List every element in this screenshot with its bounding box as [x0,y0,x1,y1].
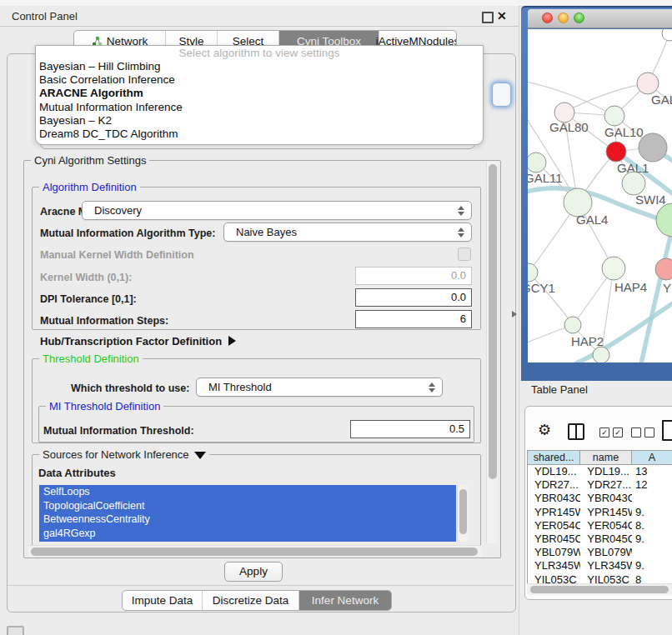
table-row[interactable]: YBL079WYBL079W [528,546,672,559]
zoom-window-icon[interactable] [574,12,584,23]
table-column-header[interactable]: shared... [528,451,580,464]
attribute-list-item[interactable]: TopologicalCoefficient [39,499,456,513]
data-attributes-list[interactable]: SelfLoopsTopologicalCoefficientBetweenne… [39,485,456,542]
table-row[interactable]: YLR345WYLR345W9. [528,559,672,572]
mi-threshold-value: 0.5 [449,422,464,435]
table-row[interactable]: YDL19...YDL19...13 [528,465,672,478]
algorithm-option[interactable]: Dream8 DC_TDC Algorithm [36,128,483,141]
table-cell: YIL053C [580,573,632,585]
table-row[interactable]: YPR145WYPR145W9. [528,506,672,519]
control-panel-title: Control Panel [12,10,78,22]
mi-type-label: Mutual Information Algorithm Type: [40,228,215,239]
mi-threshold-field[interactable]: 0.5 [350,420,470,438]
network-node[interactable] [639,133,667,162]
table-row[interactable]: YDR27...YDR27...12 [528,478,672,492]
gear-icon[interactable]: ⚙ [538,421,551,439]
algorithm-option[interactable]: Bayesian – Hill Climbing [36,60,483,73]
settings-horizontal-scrollbar[interactable] [28,545,482,557]
show-all-columns-icon[interactable]: ✓ ✓ [599,428,623,438]
network-node-label: GAL4 [576,212,608,227]
table-panel-title: Table Panel [531,383,588,396]
control-panel-titlebar: Control Panel ✕ [0,7,519,26]
sources-group-title[interactable]: Sources for Network Inference [39,448,209,461]
checkbox-checked-icon: ✓ [599,428,609,438]
hide-all-columns-icon[interactable] [631,428,654,438]
kernel-width-field[interactable]: 0.0 [355,267,472,285]
tab-discretize-data[interactable]: Discretize Data [203,591,299,610]
manual-kernel-checkbox[interactable] [458,248,471,261]
algorithm-option[interactable]: Mutual Information Inference [36,101,483,114]
dpi-tolerance-value: 0.0 [451,291,466,303]
attribute-list-item[interactable]: SelfLoops [39,485,456,499]
table-horizontal-scrollbar[interactable] [527,583,672,595]
split-columns-icon[interactable] [568,423,584,440]
table-cell: YBL079W [580,546,632,559]
expanded-arrow-icon [194,452,206,459]
network-node-y[interactable] [655,258,672,280]
network-node-gal11[interactable] [528,152,546,172]
network-node-hap2[interactable] [564,317,581,333]
table-cell: 12 [632,478,672,492]
tab-label: Impute Data [132,594,193,607]
table-row[interactable]: YER054CYER054C8. [528,519,672,532]
algorithm-definition-title: Algorithm Definition [39,181,140,193]
which-threshold-combo[interactable]: MI Threshold [196,378,443,397]
dpi-tolerance-field[interactable]: 0.0 [355,288,472,307]
network-edge-highlighted[interactable] [576,300,672,362]
network-node[interactable] [656,203,672,237]
settings-vertical-scrollbar[interactable] [486,162,498,543]
scrollbar-thumb[interactable] [489,164,497,479]
tab-impute-data[interactable]: Impute Data [123,591,203,610]
table-cell: YLR345W [580,559,632,572]
scrollbar-thumb[interactable] [459,489,467,534]
network-node-gcy1[interactable] [528,263,538,282]
network-window-titlebar[interactable] [528,9,672,28]
network-node-swi4[interactable] [622,172,645,195]
document-icon[interactable] [662,420,672,441]
scrollbar-thumb[interactable] [31,548,478,556]
algorithm-option[interactable]: Basic Correlation Inference [36,73,483,87]
network-node-gal[interactable] [637,72,659,94]
table-column-header[interactable]: A [632,451,672,464]
attribute-list-item[interactable]: gal4RGexp [39,527,456,541]
collapsed-arrow-icon [228,336,236,346]
tab-infer-network[interactable]: Infer Network [299,591,391,610]
checkbox-unchecked-icon [631,428,641,438]
mi-type-combo[interactable]: Naive Bayes [223,222,472,242]
close-window-icon[interactable] [542,12,553,23]
algorithm-option[interactable]: Bayesian – K2 [36,114,483,128]
close-icon[interactable]: ✕ [497,9,507,22]
control-panel: Control Panel ✕ Network Style Select Cyn… [0,6,519,635]
table-column-header[interactable]: name [580,451,632,464]
network-canvas[interactable]: GALGAL80GAL10GAL1GAL11SWI4GAL4GCY1HAP4YH… [528,29,672,362]
network-node[interactable] [593,347,609,362]
aracne-mode-value: Discovery [94,204,142,217]
mi-type-value: Naive Bayes [236,226,297,238]
apply-button[interactable]: Apply [224,562,283,582]
aracne-mode-combo[interactable]: Discovery [82,201,472,220]
panel-resize-handle[interactable] [512,311,517,318]
scrollbar-thumb[interactable] [530,586,669,593]
mi-steps-field[interactable]: 6 [355,310,472,328]
table-row[interactable]: YBR043CYBR043C [528,492,672,505]
table-cell: 8. [632,519,672,532]
network-node[interactable] [662,29,672,41]
minimize-window-icon[interactable] [558,12,569,23]
hub-section-toggle[interactable]: Hub/Transcription Factor Definition [40,335,236,348]
attributes-list-scrollbar[interactable] [457,485,468,542]
spinner-arrows-icon [429,382,436,393]
minimized-panel-icon[interactable] [7,626,24,635]
table-row[interactable]: YBR045CYBR045C9. [528,532,672,546]
network-node-label: GAL [651,92,672,107]
which-threshold-value: MI Threshold [208,381,272,393]
algorithm-option[interactable]: ARACNE Algorithm [36,87,483,100]
attribute-list-item[interactable]: BetweennessCentrality [39,512,456,527]
float-window-icon[interactable] [482,12,494,23]
data-attributes-label: Data Attributes [38,467,116,479]
network-node-hap4[interactable] [602,257,625,280]
table-row[interactable]: YIL053CYIL053C8 [528,573,672,585]
table-header-row: shared...nameA [528,451,672,465]
network-node-gal1[interactable] [606,142,626,162]
network-node-gal10[interactable] [604,106,624,126]
panel-separator [8,585,514,586]
